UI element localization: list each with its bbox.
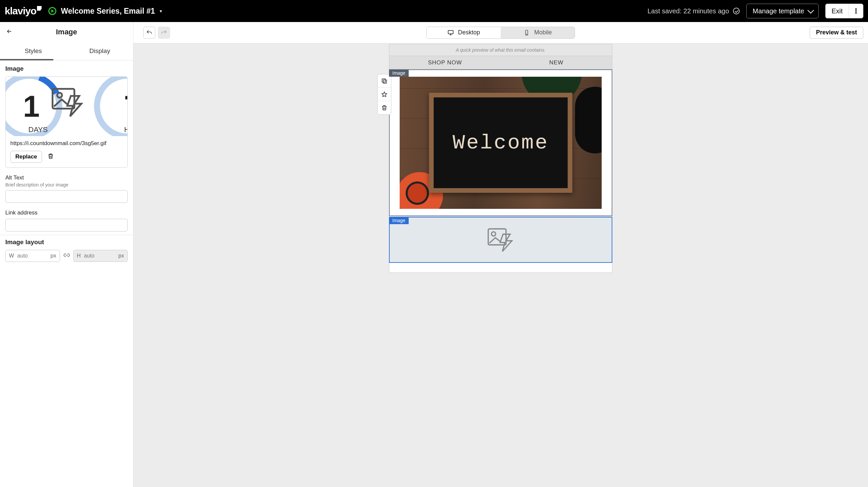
countdown-days-label: DAYS [28,125,48,134]
height-input[interactable]: H auto px [73,250,128,262]
countdown-ring-hours [94,77,127,136]
selected-image-block[interactable]: Image [389,217,612,263]
link-address-input[interactable] [5,219,128,231]
check-circle-icon [733,8,740,15]
block-tag-selected: Image [389,217,409,224]
exit-label: Exit [832,7,843,15]
device-desktop-label: Desktop [458,29,480,36]
top-bar: klaviyo Welcome Series, Email #1 ▾ Last … [0,0,868,22]
tab-styles[interactable]: Styles [0,42,67,60]
image-actions: Replace [6,151,127,167]
delete-block-button[interactable] [378,101,391,114]
image-layout-heading: Image layout [5,238,128,246]
dynamic-image-icon [49,86,86,119]
svg-point-1 [856,11,857,12]
preview-test-button[interactable]: Preview & test [810,27,863,39]
svg-rect-11 [382,79,385,82]
countdown-hours-label: HOURS [124,125,127,134]
manage-template-button[interactable]: Manage template [746,4,819,18]
block-floating-toolbar [377,74,391,115]
height-value: auto [84,253,94,259]
canvas-toolbar: Desktop Mobile Preview & test [133,22,868,44]
preview-text-strip[interactable]: A quick preview of what this email conta… [389,44,612,56]
block-tag-hero: Image [389,69,409,77]
aspect-lock-button[interactable] [63,252,70,260]
undo-icon [146,29,153,36]
hero-headline: Welcome [453,131,549,155]
alt-text-label: Alt Text [5,174,128,181]
preview-test-wrap: Preview & test [810,27,863,39]
svg-rect-5 [448,30,453,34]
email-body-continuation[interactable] [389,263,612,273]
image-thumbnail[interactable]: 1 7 DAYS HOURS [6,77,127,136]
last-saved-status: Last saved: 22 minutes ago [648,7,740,15]
duplicate-icon [381,78,388,84]
redo-icon [161,29,167,36]
alt-text-help: Brief description of your image [5,182,128,188]
desktop-icon [447,29,454,36]
section-image-heading: Image [5,65,128,73]
campaign-title-group[interactable]: Welcome Series, Email #1 ▾ [48,7,162,16]
alt-text-input[interactable] [5,190,128,203]
svg-rect-10 [383,80,387,83]
trash-icon [381,105,388,111]
width-value: auto [17,253,28,259]
svg-point-4 [57,93,62,98]
nav-link-shop-now[interactable]: SHOP NOW [389,59,501,66]
inspector-sidebar: Image Styles Display Image 1 7 DAYS HOUR… [0,22,133,487]
trash-icon [47,153,54,160]
manage-template-label: Manage template [753,7,804,15]
height-lead: H [77,253,81,259]
device-mobile-label: Mobile [534,29,552,36]
section-image: Image 1 7 DAYS HOURS https://i.countdown… [0,60,133,266]
width-input[interactable]: W auto px [5,250,60,262]
exit-button[interactable]: Exit [825,4,849,18]
history-controls [143,27,170,39]
countdown-days-value: 1 [23,89,40,124]
dimension-row: W auto px H auto px [5,250,128,262]
inspector-tabs: Styles Display [0,42,133,60]
image-card: 1 7 DAYS HOURS https://i.countdownmail.c… [5,76,128,168]
app-logo: klaviyo [5,5,42,17]
link-address-label: Link address [5,209,128,216]
more-options-button[interactable] [849,4,863,18]
main-area: Image Styles Display Image 1 7 DAYS HOUR… [0,22,868,487]
width-unit: px [51,253,56,259]
device-mobile-tab[interactable]: Mobile [501,27,575,38]
svg-point-9 [491,232,495,236]
email-nav-row[interactable]: SHOP NOW NEW [389,56,612,69]
undo-button[interactable] [143,27,155,39]
logo-flag-icon [37,6,42,11]
height-unit: px [118,253,124,259]
section-divider [0,235,133,235]
logo-text: klaviyo [5,5,36,17]
chevron-down-icon [807,7,814,14]
nav-link-new[interactable]: NEW [501,59,612,66]
campaign-title: Welcome Series, Email #1 [61,7,155,16]
svg-point-7 [527,34,527,34]
hero-image: Welcome [400,77,602,209]
play-icon [48,7,56,15]
replace-image-button[interactable]: Replace [10,151,42,163]
redo-button[interactable] [158,27,170,39]
tab-display[interactable]: Display [67,42,133,60]
device-toggle: Desktop Mobile [426,27,575,39]
save-block-button[interactable] [378,88,391,101]
hero-image-block[interactable]: Image Welcome [389,69,612,216]
panel-title: Image [56,28,78,36]
dark-object-decoration [575,87,602,153]
email-frame: A quick preview of what this email conta… [389,44,612,273]
caret-down-icon[interactable]: ▾ [160,8,162,14]
panel-header: Image [0,22,133,42]
device-desktop-tab[interactable]: Desktop [427,27,501,38]
letter-board: Welcome [429,93,572,193]
star-icon [381,91,388,98]
delete-image-button[interactable] [47,153,54,161]
exit-button-group: Exit [825,4,863,18]
canvas[interactable]: Desktop Mobile Preview & test A quick pr… [133,22,868,487]
link-icon [63,252,70,259]
mobile-icon [523,29,530,36]
dynamic-image-placeholder-icon [486,227,516,253]
last-saved-text: Last saved: 22 minutes ago [648,7,729,15]
back-button[interactable] [6,27,13,37]
